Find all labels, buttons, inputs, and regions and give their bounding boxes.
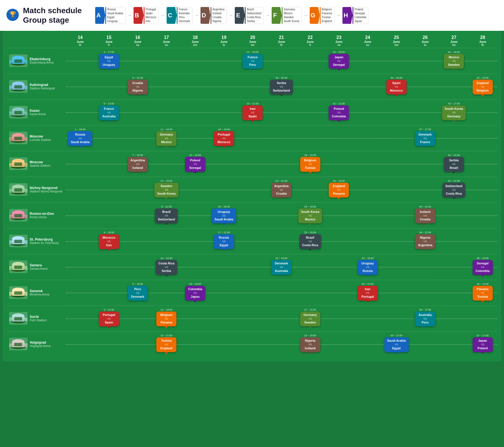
venue-info-11: VolgogradVolgograd Arena — [7, 333, 66, 355]
group-d-badge: DArgentinaIcelandCroatiaNigeria — [200, 7, 227, 24]
svg-rect-60 — [9, 292, 12, 296]
venue-info-6: Rostov-on-DonRostov Arena — [7, 204, 66, 227]
venue-image-7 — [9, 235, 27, 247]
group-e-badge: EBrazilSwitzerlandCosta RicaSerbia — [235, 7, 264, 24]
match-arrow-14 — [165, 352, 168, 354]
team2-30: Panama — [332, 192, 346, 196]
venue-stadium-6: Rostov Arena — [30, 216, 54, 219]
team2-14: England — [159, 346, 174, 351]
match-card-35: 35 – 21:00IranVSPortugal — [358, 283, 378, 302]
vs-12: VS — [157, 188, 176, 192]
match-num-time-21: 21 – 20:00 — [247, 51, 259, 53]
svg-rect-54 — [9, 266, 12, 270]
team2-12: South Korea — [157, 192, 176, 196]
match-card-45: 45 – 20:00EnglandVSBelgium — [473, 76, 493, 96]
match-card-5: 5 – 13:00FranceVSAustralia — [99, 102, 119, 122]
match-num-time-12: 12 – 15:00 — [160, 180, 172, 182]
venue-stadium-7: Stadium St. Petersburg — [30, 241, 59, 245]
vs-13: VS — [159, 317, 174, 321]
team1-31: Poland — [332, 107, 346, 111]
venue-stadium-3: Luzhniki Stadium — [30, 138, 51, 141]
date-col-8: 22Junefr — [296, 35, 325, 46]
team2-35: Portugal — [360, 295, 375, 299]
date-col-7: 21Juneth — [267, 35, 296, 46]
match-card-36: 36 – 20:00SpainVSMorocco — [386, 76, 407, 96]
team2-15: Senegal — [188, 166, 202, 170]
match-arrow-30 — [337, 197, 340, 199]
match-box-7: ArgentinaVSIceland — [128, 157, 148, 172]
vs-37: VS — [418, 137, 432, 140]
match-card-43: 43 – 17:00South KoreaVSGermany — [442, 102, 466, 122]
team1-15: Poland — [188, 158, 202, 162]
schedule-area: 14Juneth15Junefr16Junesa17Junesu18Junemo… — [3, 31, 501, 361]
match-box-21: FranceVSPeru — [242, 54, 263, 69]
match-box-29: BelgiumVSTunisia — [300, 157, 320, 172]
venue-name-9: Saransk — [30, 289, 49, 293]
match-card-33: 33 – 18:00UruguayVSRussia — [358, 257, 378, 277]
svg-rect-73 — [25, 343, 27, 347]
match-num-time-3: 3 – 21:00 — [104, 308, 114, 311]
match-card-16: 16 – 15:00ColombiaVSJapan — [185, 283, 205, 302]
team1-30: England — [332, 184, 346, 188]
team1-14: Tunisia — [159, 339, 174, 343]
svg-rect-24 — [9, 137, 12, 141]
vs-5: VS — [102, 111, 116, 115]
match-card-25: 25 – 15:00BrazilVSCosta Rica — [299, 231, 321, 251]
match-card-2: 2 – 17:00EgyptVSUruguay — [99, 51, 119, 71]
team2-17: Egypt — [217, 243, 231, 248]
venue-name-11: Volgograd — [30, 341, 50, 344]
team2-37: France — [418, 140, 432, 145]
venue-row-3: MoscowLuzhniki Stadium1 – 18:00RussiaVSS… — [7, 125, 497, 150]
vs-17: VS — [217, 240, 231, 243]
match-card-7: 7 – 16:00ArgentinaVSIceland — [128, 154, 148, 174]
match-box-44: MexicoVSSweden — [444, 54, 464, 69]
team2-23: Croatia — [274, 192, 289, 196]
match-arrow-39 — [423, 249, 427, 251]
team2-20: Spain — [245, 115, 260, 119]
venue-image-9 — [9, 286, 27, 299]
match-arrow-6 — [136, 301, 139, 302]
match-arrow-36 — [395, 94, 398, 96]
match-arrow-24 — [309, 352, 312, 354]
match-card-26: 26 – 20:00SerbiaVSSwitzerland — [270, 76, 293, 96]
timeline-8: 10 – 16:00Costa RicaVSSerbia22 – 16:00De… — [66, 255, 497, 278]
match-box-34: Saudi ArabiaVSEgypt — [384, 337, 409, 352]
vs-25: VS — [302, 240, 318, 243]
match-num-time-10: 10 – 16:00 — [160, 257, 172, 260]
match-card-1: 1 – 18:00RussiaVSSaudi Arabia — [68, 128, 92, 148]
match-card-11: 11 – 18:00GermanyVSMexico — [156, 128, 176, 148]
date-col-14: 28Juneth — [468, 35, 497, 46]
match-num-time-37: 37 – 17:00 — [419, 128, 431, 131]
svg-rect-5 — [14, 59, 22, 63]
vs-31: VS — [332, 111, 346, 115]
svg-rect-41 — [14, 214, 22, 217]
vs-1: VS — [71, 137, 90, 140]
vs-21: VS — [245, 59, 260, 63]
match-arrow-10 — [165, 275, 168, 277]
svg-rect-43 — [25, 215, 27, 218]
team2-48: Colombia — [475, 269, 490, 273]
team1-24: Nigeria — [303, 339, 318, 343]
date-col-13: 27Junewe — [440, 35, 468, 46]
vs-26: VS — [273, 85, 290, 89]
match-arrow-35 — [366, 301, 369, 302]
match-box-6: PeruVSDenmark — [128, 286, 148, 301]
vs-10: VS — [158, 266, 174, 269]
match-num-time-45: 45 – 20:00 — [477, 76, 489, 79]
team2-46: Tunisia — [475, 295, 490, 299]
match-arrow-18 — [222, 223, 226, 225]
match-box-42: SwitzerlandVSCosta Rica — [442, 183, 465, 197]
team2-7: Iceland — [130, 166, 145, 170]
team1-8: Croatia — [130, 81, 145, 85]
match-box-10: Costa RicaVSSerbia — [156, 260, 177, 275]
match-arrow-7 — [136, 172, 139, 174]
svg-rect-48 — [9, 240, 12, 244]
venue-name-10: Sochi — [30, 315, 47, 319]
match-box-8: CroatiaVSNigeria — [128, 80, 148, 94]
match-num-time-6: 6 – 19:00 — [132, 283, 143, 285]
venue-image-10 — [9, 312, 27, 325]
venue-name-2: Kazan — [30, 109, 46, 113]
vs-40: VS — [418, 214, 432, 218]
date-col-12: 26Junetu — [411, 35, 440, 46]
match-arrow-38 — [423, 326, 427, 328]
